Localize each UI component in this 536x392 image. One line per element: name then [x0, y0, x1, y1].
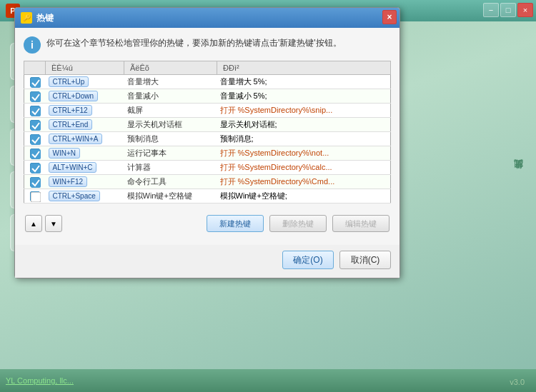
hotkey-label-cell: 运行记事本 [124, 146, 217, 161]
table-row: ALT+WIN+C计算器打开 %SystemDirectory%\calc... [24, 161, 391, 175]
hotkey-action-cell: 显示关机对话框; [217, 118, 391, 132]
dialog-title: 热键 [36, 12, 54, 24]
hotkey-label-cell: 计算器 [124, 161, 217, 175]
hotkey-action-cell: 打开 %SystemDirectory%\snip... [217, 104, 391, 118]
dialog-footer: 确定(O) 取消(C) [15, 245, 399, 278]
maximize-button[interactable]: □ [500, 3, 516, 17]
row-checkbox[interactable] [30, 149, 40, 159]
app-win-controls: − □ × [483, 3, 533, 17]
hotkey-label-cell: 模拟Win键+空格键 [124, 189, 217, 203]
info-text: 你可在这个章节轻松地管理你的热键，要添加新的热键请点击'新建热键'按钮。 [46, 36, 342, 49]
edit-hotkey-button[interactable]: 编辑热键 [332, 215, 389, 232]
hotkey-action-cell: 打开 %SystemDirectory%\Cmd... [217, 175, 391, 189]
info-icon: i [24, 36, 41, 54]
row-checkbox[interactable] [30, 191, 40, 201]
hotkey-dialog: 🔑 热键 × i 你可在这个章节轻松地管理你的热键，要添加新的热键请点击'新建热… [14, 7, 400, 278]
table-row: CTRL+Up音量增大音量增大 5%; [24, 75, 391, 89]
hotkey-action-cell: 预制消息; [217, 132, 391, 146]
hotkey-key-badge: CTRL+WIN+A [49, 134, 103, 144]
cancel-button[interactable]: 取消(C) [339, 251, 391, 269]
dialog-body: i 你可在这个章节轻松地管理你的热键，要添加新的热键请点击'新建热键'按钮。 È… [15, 28, 399, 245]
minimize-button[interactable]: − [483, 3, 499, 17]
version-label: v3.0 [510, 378, 525, 386]
hotkey-label-cell: 截屏 [124, 104, 217, 118]
new-hotkey-button[interactable]: 新建热键 [207, 215, 264, 232]
hotkey-key-badge: CTRL+Up [49, 76, 89, 87]
hotkey-key-badge: CTRL+Down [49, 91, 99, 101]
hotkey-action-cell: 模拟Win键+空格键; [217, 189, 391, 203]
hotkey-action-cell: 打开 %SystemDirectory%\calc... [217, 161, 391, 175]
row-checkbox[interactable] [30, 120, 40, 130]
hotkey-label-cell: 命令行工具 [124, 175, 217, 189]
col-check-header [24, 61, 46, 75]
col-action-header: ÐÐì² [217, 61, 391, 75]
hotkey-key-badge: CTRL+Space [49, 191, 100, 201]
row-checkbox[interactable] [30, 177, 40, 187]
table-row: CTRL+F12截屏打开 %SystemDirectory%\snip... [24, 104, 391, 118]
hotkey-table: ÈÈ¼ú ÃëÊõ ÐÐì² CTRL+Up音量增大音量增大 5%;CTRL+D… [24, 61, 391, 203]
ok-button[interactable]: 确定(O) [282, 251, 334, 269]
row-checkbox[interactable] [30, 91, 40, 101]
hotkey-action-cell: 音量增大 5%; [217, 75, 391, 89]
hotkey-label-cell: 音量减小 [124, 89, 217, 104]
table-row: CTRL+Space模拟Win键+空格键模拟Win键+空格键; [24, 189, 391, 203]
hotkey-key-badge: CTRL+End [49, 119, 93, 130]
table-row: WIN+F12命令行工具打开 %SystemDirectory%\Cmd... [24, 175, 391, 189]
hotkey-label-cell: 显示关机对话框 [124, 118, 217, 132]
row-checkbox[interactable] [30, 134, 40, 144]
move-down-button[interactable]: ▼ [45, 215, 62, 232]
table-row: CTRL+WIN+A预制消息预制消息; [24, 132, 391, 146]
hotkey-label-cell: 预制消息 [124, 132, 217, 146]
svg-rect-27 [31, 192, 41, 202]
info-bar: i 你可在这个章节轻松地管理你的热键，要添加新的热键请点击'新建热键'按钮。 [24, 36, 391, 54]
dialog-titlebar: 🔑 热键 × [15, 8, 399, 28]
row-checkbox[interactable] [30, 106, 40, 116]
hotkey-label-cell: 音量增大 [124, 75, 217, 89]
table-row: WIN+N运行记事本打开 %SystemDirectory%\not... [24, 146, 391, 161]
dialog-title-icon: 🔑 [21, 12, 32, 24]
hotkey-key-badge: WIN+F12 [49, 176, 88, 187]
row-checkbox[interactable] [30, 77, 40, 87]
col-label-header: ÃëÊõ [124, 61, 217, 75]
table-row: CTRL+End显示关机对话框显示关机对话框; [24, 118, 391, 132]
taskbar: YL Computing, llc... [0, 369, 536, 392]
hotkey-key-badge: ALT+WIN+C [49, 162, 97, 173]
col-key-header: ÈÈ¼ú [46, 61, 124, 75]
row-checkbox[interactable] [30, 163, 40, 173]
dialog-close-button[interactable]: × [382, 10, 397, 24]
app-close-button[interactable]: × [517, 3, 533, 17]
company-label[interactable]: YL Computing, llc... [6, 376, 74, 385]
delete-hotkey-button[interactable]: 删除热键 [269, 215, 327, 232]
bottom-toolbar: 新建热键 删除热键 编辑热键 [207, 211, 389, 236]
table-row: CTRL+Down音量减小音量减小 5%; [24, 89, 391, 104]
hotkey-key-badge: WIN+N [49, 148, 81, 159]
hotkey-action-cell: 音量减小 5%; [217, 89, 391, 104]
hotkey-key-badge: CTRL+F12 [49, 105, 92, 116]
arrow-buttons: ▲ ▼ [25, 215, 62, 232]
hotkey-action-cell: 打开 %SystemDirectory%\not... [217, 146, 391, 161]
move-up-button[interactable]: ▲ [25, 215, 42, 232]
